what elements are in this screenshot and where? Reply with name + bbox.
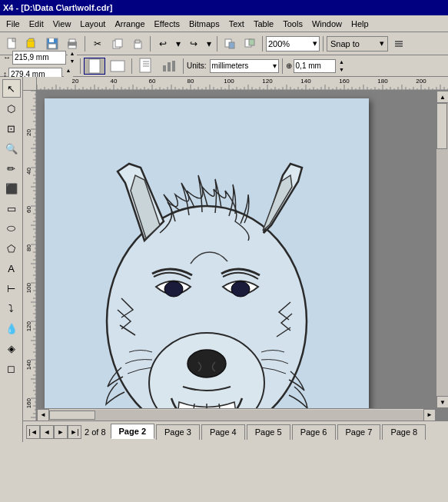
width-icon: ↔ [3,53,11,62]
canvas-area[interactable]: ▲ ▼ ◄ ► |◄ ◄ ► ►| 2 of 8 Page 2 Page 3 P… [23,77,448,442]
snap-dropdown-arrow: ▾ [380,38,384,48]
undo-dropdown[interactable]: ▾ [174,35,183,53]
cut-button[interactable]: ✂ [88,35,107,53]
page-tab-6[interactable]: Page 6 [292,424,336,440]
svg-rect-6 [48,44,56,48]
wolf-drawing [45,98,369,442]
import-button[interactable] [221,35,239,53]
menu-view[interactable]: View [48,18,76,30]
wolf-svg [45,98,369,442]
ruler-corner [23,77,37,91]
hscroll-thumb[interactable] [49,411,95,420]
tool-ellipse[interactable]: ⬭ [2,219,21,238]
tool-crop[interactable]: ⊡ [2,119,21,138]
portrait-button[interactable] [84,58,105,75]
page-first-button[interactable]: |◄ [26,425,40,439]
menu-window[interactable]: Window [307,18,347,30]
position-icon: ⊕ [286,62,292,70]
hscroll-right[interactable]: ► [423,409,436,421]
width-field[interactable]: 215,9 mm [12,51,66,65]
svg-rect-8 [69,39,75,42]
svg-rect-3 [27,41,35,48]
svg-rect-11 [115,39,122,47]
position-up[interactable]: ▲ [337,58,347,66]
landscape-button[interactable] [107,58,128,75]
doc-canvas[interactable] [37,91,448,442]
separator3 [217,36,217,52]
title-bar: X4 - [D:\Data C\art\wolf.cdr] [0,0,448,15]
menu-help[interactable]: Help [347,18,373,30]
zoom-dropdown-arrow: ▾ [313,38,317,48]
page-tab-8[interactable]: Page 8 [382,424,426,440]
bar-chart-icon[interactable] [158,58,180,75]
title-text: X4 - [D:\Data C\art\wolf.cdr] [3,3,112,12]
redo-button[interactable]: ↪ [184,35,203,53]
page-count: 2 of 8 [81,427,109,437]
position-down[interactable]: ▼ [337,66,347,74]
page-last-button[interactable]: ►| [68,425,81,439]
vscroll-up[interactable]: ▲ [436,91,448,103]
page-size-icon[interactable] [135,58,157,75]
menu-file[interactable]: File [2,18,25,30]
hscroll-left[interactable]: ◄ [37,409,49,421]
svg-rect-21 [89,59,100,73]
tool-dimension[interactable]: ⊢ [2,279,21,298]
snap-dropdown[interactable]: Snap to ▾ [327,36,388,52]
tool-polygon[interactable]: ⬠ [2,239,21,258]
hscrollbar: ◄ ► [37,408,436,421]
menu-edit[interactable]: Edit [25,18,48,30]
redo-dropdown[interactable]: ▾ [204,35,214,53]
svg-rect-27 [163,65,166,71]
ruler-v [23,91,37,442]
page-prev-button[interactable]: ◄ [40,425,54,439]
width-down[interactable]: ▼ [68,58,77,65]
menu-effects[interactable]: Effects [150,18,184,30]
page-tab-7[interactable]: Page 7 [337,424,381,440]
tool-eyedropper[interactable]: 💧 [2,319,21,337]
menu-arrange[interactable]: Arrange [110,18,149,30]
page-tab-5[interactable]: Page 5 [247,424,290,440]
units-dropdown[interactable]: millimeters ▾ [210,59,279,73]
menu-text[interactable]: Text [224,18,249,30]
snap-options-button[interactable] [390,35,408,53]
separator5 [323,36,324,52]
copy-button[interactable] [108,35,127,53]
page-next-button[interactable]: ► [54,425,68,439]
tool-zoom[interactable]: 🔍 [2,139,21,158]
svg-rect-22 [111,61,124,71]
units-label-text: Units: [187,62,207,70]
left-toolbox: ↖ ⬡ ⊡ 🔍 ✏ ⬛ ▭ ⬭ ⬠ A ⊢ ⤵ 💧 ◈ ◻ [0,77,23,442]
paste-button[interactable] [128,35,147,53]
tool-transparency[interactable]: ◻ [2,359,21,377]
menu-tools[interactable]: Tools [278,18,307,30]
undo-button[interactable]: ↩ [154,35,172,53]
width-up[interactable]: ▲ [68,50,77,58]
page-tab-2[interactable]: Page 2 [111,424,154,439]
tool-interactive-fill[interactable]: ◈ [2,339,21,357]
menu-bitmaps[interactable]: Bitmaps [184,18,224,30]
tool-arrow[interactable]: ↖ [2,79,21,98]
snap-label: Snap to [330,39,380,48]
svg-rect-13 [135,40,140,43]
page-tab-4[interactable]: Page 4 [201,424,245,440]
zoom-value: 200% [268,39,313,48]
tool-rectangle[interactable]: ▭ [2,199,21,218]
svg-point-33 [187,350,226,377]
zoom-dropdown[interactable]: 200% ▾ [266,36,320,52]
menu-table[interactable]: Table [249,18,278,30]
tool-connector[interactable]: ⤵ [2,299,21,317]
main-area: ↖ ⬡ ⊡ 🔍 ✏ ⬛ ▭ ⬭ ⬠ A ⊢ ⤵ 💧 ◈ ◻ [0,77,448,442]
menu-layout[interactable]: Layout [75,18,110,30]
vscroll-thumb[interactable] [436,103,447,149]
vscroll-down[interactable]: ▼ [436,396,448,408]
height-up[interactable]: ▲ [64,67,73,75]
export-button[interactable] [241,35,259,53]
tool-shape[interactable]: ⬡ [2,99,21,118]
tool-freehand[interactable]: ✏ [2,159,21,178]
svg-rect-5 [49,38,54,42]
tool-text[interactable]: A [2,259,21,278]
svg-rect-15 [229,42,234,48]
separator4 [262,36,263,52]
page-tab-3[interactable]: Page 3 [156,424,200,440]
tool-smart-fill[interactable]: ⬛ [2,179,21,198]
